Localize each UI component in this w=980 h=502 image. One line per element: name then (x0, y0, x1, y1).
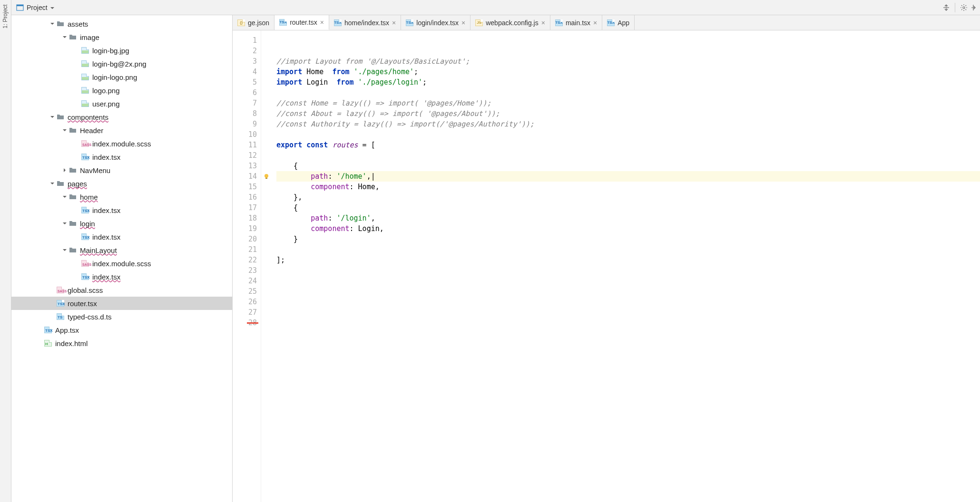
code-line[interactable] (276, 276, 980, 286)
code-line[interactable]: component: Login, (276, 223, 980, 234)
tree-file[interactable]: TStyped-css.d.ts (11, 310, 232, 323)
gutter-marker-slot (261, 129, 273, 140)
tool-window-bar[interactable]: 1: Project (0, 0, 11, 502)
tab-label: router.tsx (290, 19, 317, 26)
tree-file[interactable]: Hindex.html (11, 337, 232, 350)
tree-file[interactable]: TSXindex.tsx (11, 270, 232, 283)
code-text-area[interactable]: //import Layout from '@/Layouts/BasicLay… (273, 30, 980, 502)
tree-file[interactable]: login-bg.jpg (11, 44, 232, 57)
close-icon[interactable]: × (320, 19, 324, 26)
code-line[interactable]: component: Home, (276, 182, 980, 192)
code-line[interactable] (276, 244, 980, 255)
tree-file[interactable]: logo.png (11, 84, 232, 97)
code-line[interactable] (276, 318, 980, 328)
tree-folder[interactable]: Header (11, 124, 232, 137)
tree-file[interactable]: TSXindex.tsx (11, 230, 232, 243)
code-line[interactable] (276, 265, 980, 276)
editor-tab[interactable]: TSXmain.tsx× (550, 15, 602, 30)
editor-tab[interactable]: TSXhome/index.tsx× (329, 15, 401, 30)
tree-item-label: compontents (68, 113, 108, 121)
code-line[interactable]: //import Layout from '@/Layouts/BasicLay… (276, 56, 980, 67)
code-line[interactable]: path: '/home',| (276, 171, 980, 182)
code-line[interactable]: import Home from './pages/home'; (276, 67, 980, 77)
intention-bulb-icon[interactable] (263, 173, 270, 180)
gutter-marker-slot (261, 150, 273, 161)
scroll-from-source-icon[interactable] (942, 4, 950, 11)
svg-rect-1 (17, 5, 23, 6)
project-tool-window-label[interactable]: 1: Project (2, 4, 9, 29)
code-line[interactable] (276, 35, 980, 46)
tree-folder[interactable]: image (11, 30, 232, 44)
gutter-marker-slot (261, 161, 273, 171)
editor-tab[interactable]: TSXApp (602, 15, 635, 30)
tree-toggle-icon (49, 300, 55, 306)
tree-file[interactable]: SASSindex.module.scss (11, 257, 232, 270)
code-line[interactable] (276, 307, 980, 318)
tree-folder[interactable]: NavMenu (11, 164, 232, 177)
json-file-icon: {} (237, 19, 245, 26)
code-line[interactable]: //const Home = lazy(() => import( '@page… (276, 98, 980, 108)
close-icon[interactable]: × (593, 19, 597, 27)
code-line[interactable] (276, 87, 980, 98)
tree-toggle-icon[interactable] (62, 194, 68, 200)
editor-tab[interactable]: JSwebpack.config.js× (470, 15, 550, 30)
close-icon[interactable]: × (461, 19, 465, 27)
tab-label: home/index.tsx (344, 19, 389, 27)
project-tree-panel[interactable]: assetsimagelogin-bg.jpglogin-bg@2x.pnglo… (11, 15, 233, 502)
hide-icon[interactable] (970, 4, 978, 11)
tree-toggle-icon[interactable] (62, 127, 68, 133)
code-line[interactable]: export const routes = [ (276, 140, 980, 150)
tree-item-label: user.png (92, 100, 120, 108)
code-line[interactable]: } (276, 234, 980, 244)
close-icon[interactable]: × (541, 19, 545, 27)
code-line[interactable] (276, 150, 980, 161)
tree-file[interactable]: TSXindex.tsx (11, 150, 232, 164)
tree-item-label: home (80, 193, 98, 201)
code-line[interactable]: //const About = lazy(() => import( '@pag… (276, 108, 980, 119)
code-line[interactable] (276, 286, 980, 297)
editor-tab[interactable]: {}ge.json (233, 15, 274, 30)
line-number: 12 (233, 150, 257, 161)
gutter-marker-slot (261, 171, 273, 182)
code-line[interactable]: }, (276, 192, 980, 203)
tree-file[interactable]: SASSindex.module.scss (11, 137, 232, 150)
tree-folder[interactable]: pages (11, 177, 232, 190)
code-line[interactable] (276, 297, 980, 307)
tree-toggle-icon[interactable] (62, 34, 68, 40)
tree-file[interactable]: TSXApp.tsx (11, 323, 232, 337)
tree-toggle-icon[interactable] (49, 114, 55, 120)
code-editor[interactable]: 1234567891011121314151617181920212223242… (233, 30, 980, 502)
code-line[interactable]: import Login from './pages/login'; (276, 77, 980, 87)
tree-folder[interactable]: login (11, 217, 232, 230)
tree-file[interactable]: TSXindex.tsx (11, 203, 232, 217)
code-line[interactable]: //const Authority = lazy(() => import(/'… (276, 119, 980, 129)
tree-folder[interactable]: compontents (11, 110, 232, 124)
tree-file[interactable]: TSXrouter.tsx (11, 297, 232, 310)
code-line[interactable]: path: '/login', (276, 213, 980, 223)
code-line[interactable] (276, 46, 980, 56)
tree-file[interactable]: user.png (11, 97, 232, 110)
code-line[interactable]: { (276, 161, 980, 171)
editor-tab[interactable]: TSXlogin/index.tsx× (401, 15, 470, 30)
gear-icon[interactable] (960, 4, 968, 11)
tree-toggle-icon[interactable] (49, 181, 55, 186)
tree-folder[interactable]: home (11, 190, 232, 203)
code-line[interactable]: ]; (276, 255, 980, 265)
tree-toggle-icon[interactable] (62, 247, 68, 253)
editor-tab[interactable]: TSXrouter.tsx× (274, 15, 329, 30)
tree-file[interactable]: login-bg@2x.png (11, 57, 232, 70)
tree-file[interactable]: SASSglobal.scss (11, 283, 232, 297)
tree-folder[interactable]: assets (11, 17, 232, 30)
tree-file[interactable]: login-logo.png (11, 70, 232, 84)
gutter-marker-slot (261, 244, 273, 255)
tree-toggle-icon[interactable] (62, 167, 68, 173)
line-number: 16 (233, 192, 257, 203)
gutter-marker-slot (261, 87, 273, 98)
tree-toggle-icon[interactable] (62, 221, 68, 226)
code-line[interactable]: { (276, 203, 980, 213)
tree-toggle-icon[interactable] (49, 21, 55, 27)
close-icon[interactable]: × (392, 19, 396, 27)
code-line[interactable] (276, 129, 980, 140)
tree-folder[interactable]: MainLayout (11, 243, 232, 257)
project-view-dropdown[interactable]: Project (13, 3, 57, 12)
